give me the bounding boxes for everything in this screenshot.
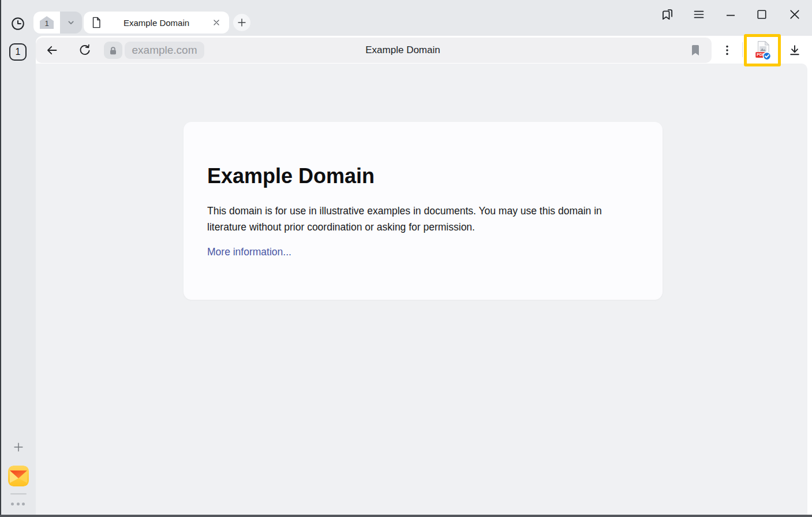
- site-security-button[interactable]: [104, 42, 122, 59]
- bookmark-page-button[interactable]: [691, 44, 700, 56]
- url-field[interactable]: example.com: [125, 42, 204, 59]
- chevron-down-icon: [65, 16, 77, 29]
- window-left-edge: [0, 0, 1, 517]
- page-actions-button[interactable]: [720, 43, 734, 57]
- address-bar[interactable]: example.com Example Domain: [36, 38, 712, 63]
- page-heading: Example Domain: [207, 165, 663, 188]
- more-information-link[interactable]: More information...: [207, 246, 291, 258]
- new-tab-button[interactable]: [233, 14, 250, 31]
- reload-icon: [78, 43, 92, 57]
- bookmark-flag-icon: [691, 44, 700, 56]
- main-menu-button[interactable]: [691, 7, 706, 22]
- downloads-button[interactable]: [788, 43, 802, 57]
- maximize-window-button[interactable]: [754, 7, 769, 22]
- example-domain-card: Example Domain This domain is for use in…: [184, 122, 663, 300]
- plus-icon: [12, 441, 25, 453]
- bookmarks-panel-icon: [660, 7, 675, 22]
- window-bottom-edge: [0, 515, 812, 517]
- pdf-extension-icon: PDF: [754, 40, 771, 60]
- yandex-mail-app-button[interactable]: [8, 466, 29, 486]
- maximize-icon: [754, 7, 769, 22]
- sidebar-more-button[interactable]: [11, 502, 26, 505]
- address-bar-page-title: Example Domain: [322, 38, 484, 63]
- minimize-window-button[interactable]: [723, 7, 738, 22]
- download-icon: [788, 43, 802, 57]
- tab-title: Example Domain: [102, 18, 211, 28]
- sidebar-divider: [10, 493, 27, 494]
- minimize-icon: [723, 7, 738, 22]
- webpage-viewport: Example Domain This domain is for use in…: [36, 64, 807, 515]
- close-window-button[interactable]: [787, 7, 802, 22]
- lock-icon: [108, 45, 118, 55]
- tab-close-icon[interactable]: [211, 17, 222, 28]
- page-paragraph: This domain is for use in illustrative e…: [207, 203, 605, 235]
- mail-envelope-icon: [8, 466, 29, 486]
- page-document-icon: [91, 16, 102, 29]
- reload-button[interactable]: [78, 43, 92, 57]
- close-icon: [787, 7, 802, 22]
- plus-icon: [235, 16, 248, 29]
- back-button[interactable]: [45, 43, 59, 57]
- sidebar-tab-count[interactable]: 1: [9, 43, 27, 61]
- browser-window: 1 Example Domain: [0, 0, 812, 517]
- tab-group-button[interactable]: 1: [33, 12, 60, 34]
- tab-group-badge: 1: [40, 16, 54, 29]
- arrow-left-icon: [45, 43, 59, 57]
- bookmarks-panel-button[interactable]: [660, 7, 675, 22]
- tab-group-dropdown[interactable]: [60, 12, 82, 34]
- tab-example-domain[interactable]: Example Domain: [84, 12, 229, 34]
- browser-content-frame: example.com Example Domain: [36, 36, 812, 515]
- history-button[interactable]: [10, 16, 26, 32]
- pdf-extension-button-highlighted[interactable]: PDF: [744, 34, 781, 66]
- toolbar-divider: [742, 42, 743, 57]
- hamburger-menu-icon: [692, 8, 706, 21]
- sidebar-add-button[interactable]: [12, 441, 25, 453]
- clock-history-icon: [10, 16, 26, 32]
- kebab-menu-icon: [720, 43, 734, 57]
- tab-group-control: 1: [33, 12, 82, 34]
